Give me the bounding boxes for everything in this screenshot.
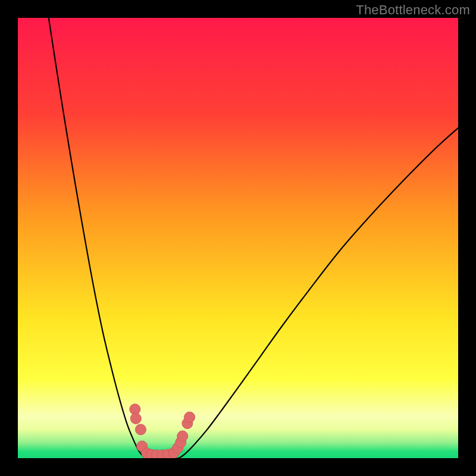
data-marker <box>135 424 146 435</box>
chart-frame: TheBottleneck.com <box>0 0 476 476</box>
gradient-background <box>18 18 458 458</box>
data-marker <box>177 431 188 441</box>
data-marker <box>184 412 195 422</box>
data-marker <box>130 413 141 424</box>
attribution-text: TheBottleneck.com <box>356 2 470 18</box>
bottleneck-chart <box>18 18 458 458</box>
plot-area <box>18 18 458 458</box>
